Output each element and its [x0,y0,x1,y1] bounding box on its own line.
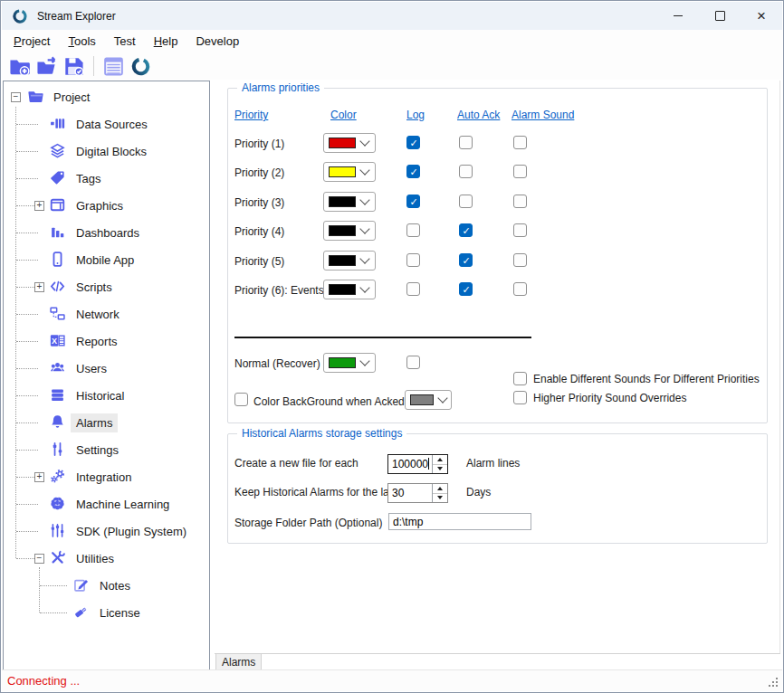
menu-item-help[interactable]: Help [145,32,187,51]
sidebar-item-users[interactable]: Users [4,355,209,382]
priority-color-combo[interactable] [323,162,376,182]
sidebar-item-label: Digital Blocks [71,142,152,161]
sidebar-item-network[interactable]: Network [4,300,209,328]
sidebar-item-graphics[interactable]: +Graphics [4,192,209,219]
spin-up-button[interactable] [433,455,447,464]
sidebar-item-machine-learning[interactable]: Machine Learning [4,490,209,517]
save-project-button[interactable] [62,55,85,78]
column-header-auto-ack[interactable]: Auto Ack [457,109,500,121]
maximize-button[interactable] [699,2,741,30]
close-button[interactable]: × [741,2,782,30]
normal-log-checkbox[interactable] [406,356,420,369]
log-checkbox[interactable] [406,282,420,296]
column-header-log[interactable]: Log [406,109,425,121]
priority-label: Priority (3) [234,196,284,209]
sidebar-item-settings[interactable]: Settings [4,436,209,463]
sidebar-item-label: Historical [71,386,129,405]
log-button[interactable] [102,55,125,78]
sidebar-item-data-sources[interactable]: Data Sources [4,110,209,138]
collapse-icon[interactable]: − [34,554,44,564]
sidebar-item-alarms[interactable]: Alarms [4,409,209,436]
priority-color-combo[interactable] [323,221,376,241]
new-project-button[interactable] [8,55,31,78]
sidebar-item-dashboards[interactable]: Dashboards [4,219,209,246]
color-background-checkbox[interactable] [234,393,248,406]
machine-learning-icon [50,496,65,511]
auto-ack-checkbox[interactable] [459,136,473,149]
log-checkbox[interactable] [406,195,420,208]
column-header-priority[interactable]: Priority [234,109,268,121]
priority-label: Priority (6): Events [234,284,324,297]
mobile-app-icon [50,252,65,267]
sidebar-item-license[interactable]: License [4,599,209,626]
alarm-sound-checkbox[interactable] [513,165,527,178]
sidebar-item-scripts[interactable]: +Scripts [4,273,209,300]
collapse-icon[interactable]: − [11,92,21,102]
sidebar-item-historical[interactable]: Historical [4,382,209,409]
folder-icon [28,89,43,104]
sidebar-item-label: License [94,603,146,622]
auto-ack-checkbox[interactable] [459,165,473,178]
sidebar-item-integration[interactable]: +Integration [4,463,209,490]
expand-icon[interactable]: + [34,201,44,211]
priority-color-combo[interactable] [323,133,376,153]
minimize-button[interactable] [657,2,699,30]
auto-ack-checkbox[interactable] [459,195,473,208]
sidebar-item-tags[interactable]: Tags [4,165,209,192]
spin-down-button[interactable] [433,493,447,503]
sound-option-label: Enable Different Sounds For Different Pr… [533,373,760,385]
column-header-alarm-sound[interactable]: Alarm Sound [512,109,574,121]
normal-color-combo[interactable] [323,353,376,373]
auto-ack-checkbox[interactable] [459,253,473,267]
spin-down-button[interactable] [433,464,447,474]
open-project-button[interactable] [35,55,58,78]
menu-item-test[interactable]: Test [105,32,145,51]
higher-priority-sound-overrides-checkbox[interactable] [513,391,527,404]
menu-item-project[interactable]: Project [5,32,59,51]
spin-value[interactable]: 100000 [388,455,432,473]
expand-icon[interactable]: + [34,282,44,292]
alarm-sound-checkbox[interactable] [513,253,527,267]
sidebar-item-notes[interactable]: Notes [4,572,209,599]
log-checkbox[interactable] [406,253,420,267]
scripts-icon [50,279,65,294]
acked-color-combo[interactable] [405,390,452,410]
sidebar-item-sdk-plugin-system[interactable]: SDK (Plugin System) [4,517,209,545]
auto-ack-checkbox[interactable] [459,223,473,237]
sidebar-item-label: Data Sources [71,115,153,134]
expand-icon[interactable]: + [34,472,44,482]
menu-item-tools[interactable]: Tools [59,32,104,51]
sidebar-item-project[interactable]: −Project [4,83,209,110]
alarm-sound-checkbox[interactable] [513,282,527,296]
log-checkbox[interactable] [406,136,420,149]
normal-color-swatch [329,357,356,368]
spin-value[interactable]: 30 [388,484,432,502]
sidebar-item-utilities[interactable]: −Utilities [4,545,209,572]
app-logo-icon [130,56,151,77]
app-home-button[interactable] [129,55,152,78]
priority-color-combo[interactable] [323,280,376,299]
sidebar-item-reports[interactable]: XReports [4,328,209,355]
log-checkbox[interactable] [406,223,420,237]
spin-up-button[interactable] [433,484,447,493]
column-header-color[interactable]: Color [330,109,357,121]
enable-different-sounds-for-different-priorities-checkbox[interactable] [513,372,527,385]
log-checkbox[interactable] [406,165,420,178]
chevron-down-icon [359,223,369,233]
menu-item-develop[interactable]: Develop [186,32,248,51]
days-spinbox[interactable]: 30 [387,483,448,503]
alarm-sound-checkbox[interactable] [513,136,527,149]
priority-color-combo[interactable] [323,192,376,212]
historical-icon [50,387,65,403]
priority-color-combo[interactable] [323,251,376,271]
priority-label: Priority (5) [234,255,284,268]
alarm-sound-checkbox[interactable] [513,195,527,208]
sidebar-item-digital-blocks[interactable]: Digital Blocks [4,138,209,165]
alarm-sound-checkbox[interactable] [513,223,527,237]
sidebar-item-label: SDK (Plugin System) [71,522,192,541]
resize-grip[interactable] [768,677,779,688]
auto-ack-checkbox[interactable] [459,282,473,296]
storage-path-input[interactable] [388,513,531,530]
alarm-lines-spinbox[interactable]: 100000 [387,454,448,474]
sidebar-item-mobile-app[interactable]: Mobile App [4,246,209,273]
